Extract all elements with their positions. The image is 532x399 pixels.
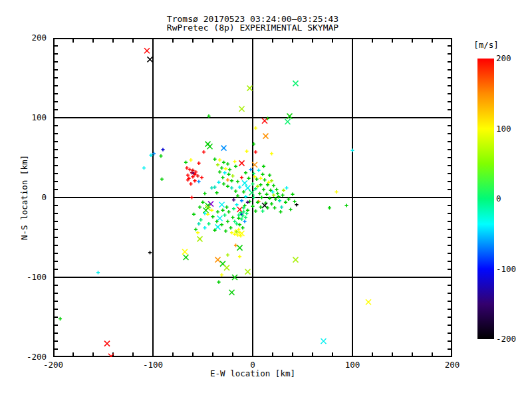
colorbar-gradient bbox=[477, 59, 494, 339]
skymap-page: Tromsø 20170523 03:24:00–03:25:43 RwPret… bbox=[0, 0, 532, 399]
y-tick-label: -100 bbox=[17, 272, 47, 282]
x-tick-label: 100 bbox=[332, 360, 372, 370]
plot-title: Tromsø 20170523 03:24:00–03:25:43 RwPret… bbox=[53, 15, 452, 32]
y-tick-label: 0 bbox=[17, 192, 47, 202]
colorbar-tick-label: 200 bbox=[496, 53, 528, 63]
plot-svg bbox=[53, 38, 452, 357]
colorbar-title: [m/s] bbox=[467, 40, 505, 50]
x-tick-label: 0 bbox=[233, 360, 273, 370]
colorbar-tick-label: -100 bbox=[496, 264, 528, 274]
title-line-2: RwPretec (8p) EXPERIMENTAL SKYMAP bbox=[53, 23, 452, 32]
y-tick-label: 100 bbox=[17, 112, 47, 122]
x-axis-label: E-W location [km] bbox=[53, 368, 452, 378]
colorbar-tick-label: 100 bbox=[496, 124, 528, 134]
colorbar-tick-label: 0 bbox=[496, 194, 528, 203]
y-tick-label: 200 bbox=[17, 33, 47, 43]
x-tick-label: -100 bbox=[133, 360, 173, 370]
plot-area bbox=[53, 38, 452, 357]
x-tick-label: 200 bbox=[432, 360, 472, 370]
scatter-points bbox=[59, 48, 371, 357]
colorbar-tick-label: -200 bbox=[496, 334, 528, 344]
y-tick-label: -200 bbox=[17, 352, 47, 362]
